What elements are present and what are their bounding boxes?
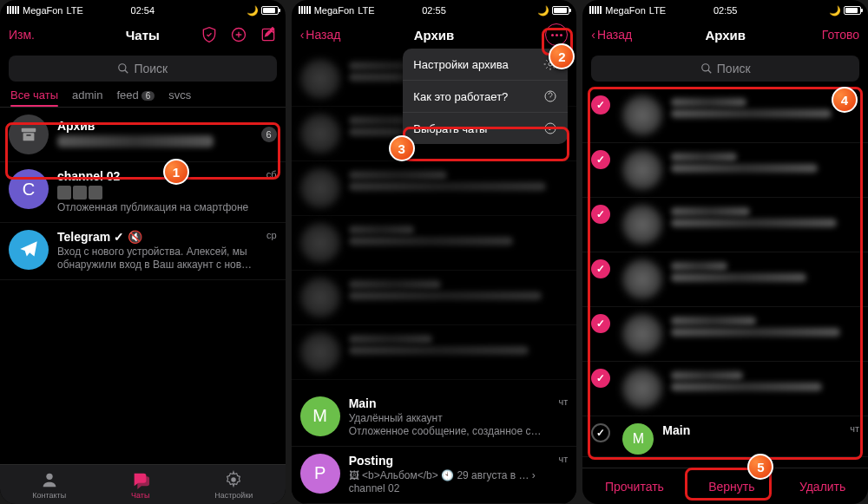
- page-title: Чаты: [126, 28, 160, 43]
- menu-archive-settings[interactable]: Настройки архива: [403, 49, 568, 81]
- avatar: C: [9, 169, 49, 209]
- network-label: LTE: [66, 5, 82, 16]
- blurred-preview: [57, 135, 214, 147]
- battery-icon: [552, 6, 569, 15]
- tab-bar: Контакты Чаты Настройки: [0, 464, 286, 504]
- chat-title: Telegram ✓ 🔇: [57, 230, 142, 244]
- status-bar: MegaFon LTE 02:54 🌙: [0, 0, 286, 17]
- chat-list: Архив 6 C channel 02 сб Отложенная публи…: [0, 108, 286, 464]
- page-title: Архив: [414, 28, 455, 43]
- tab-admin[interactable]: admin: [72, 88, 102, 101]
- clock: 02:54: [131, 5, 155, 16]
- tab-svcs[interactable]: svcs: [168, 88, 191, 101]
- selection-list: M Mainчт: [582, 88, 868, 468]
- chat-row-channel02[interactable]: C channel 02 сб Отложенная публикация на…: [0, 162, 286, 223]
- more-button[interactable]: [545, 23, 568, 46]
- tab-all[interactable]: Все чаты: [10, 88, 58, 101]
- chats-icon: [131, 470, 150, 489]
- callout-3: 3: [389, 135, 415, 161]
- chat-row-telegram[interactable]: Telegram ✓ 🔇 ср Вход с нового устройства…: [0, 223, 286, 280]
- callout-4: 4: [832, 87, 858, 113]
- checkbox-checked[interactable]: [591, 205, 610, 224]
- svg-point-11: [702, 64, 709, 71]
- context-menu: Настройки архива Как это работает? Выбра…: [403, 49, 568, 144]
- folder-tabs: Все чаты admin feed6 svcs: [0, 88, 286, 108]
- search-input[interactable]: Поиск: [591, 56, 859, 82]
- edit-button[interactable]: Изм.: [9, 28, 35, 42]
- list-item[interactable]: [582, 252, 868, 307]
- search-icon: [700, 62, 713, 75]
- nav-bar: Изм. Чаты: [0, 17, 286, 52]
- tab-contacts[interactable]: Контакты: [32, 470, 66, 500]
- unarchive-button[interactable]: Вернуть: [708, 480, 754, 494]
- menu-how-it-works[interactable]: Как это работает?: [403, 81, 568, 113]
- back-button[interactable]: ‹ Назад: [300, 28, 341, 42]
- archive-icon: [9, 115, 49, 154]
- settings-icon: [224, 470, 243, 489]
- signal-icon: [299, 5, 311, 16]
- list-item[interactable]: [292, 271, 577, 325]
- proxy-icon[interactable]: [201, 26, 218, 43]
- nav-bar: ‹ Назад Архив Готово: [582, 17, 868, 52]
- archive-row[interactable]: Архив 6: [0, 108, 286, 162]
- clock: 02:55: [713, 5, 738, 16]
- menu-select-chats[interactable]: Выбрать чаты: [403, 113, 568, 144]
- svg-rect-4: [23, 133, 35, 141]
- chat-time: ср: [266, 230, 277, 244]
- list-item[interactable]: [582, 143, 868, 198]
- svg-rect-5: [26, 134, 31, 136]
- chat-preview: Вход с нового устройства. Алексей, мы об…: [57, 245, 277, 272]
- dnd-icon: 🌙: [829, 5, 841, 16]
- tab-chats[interactable]: Чаты: [131, 470, 150, 500]
- status-bar: MegaFon LTE 02:55 🌙: [292, 0, 577, 17]
- checkbox-checked[interactable]: [591, 369, 610, 388]
- list-item[interactable]: [292, 161, 577, 216]
- avatar: M: [300, 396, 340, 436]
- list-item[interactable]: [582, 88, 868, 143]
- chat-row-main[interactable]: M Mainчт: [582, 416, 868, 457]
- tab-feed[interactable]: feed6: [116, 88, 155, 101]
- list-item[interactable]: [582, 198, 868, 252]
- status-bar: MegaFon LTE 02:55 🌙: [582, 0, 868, 17]
- list-item[interactable]: [582, 307, 868, 362]
- compose-icon[interactable]: [260, 26, 277, 43]
- media-thumbs: [57, 186, 277, 200]
- tab-feed-badge: 6: [141, 91, 155, 101]
- chat-row-posting[interactable]: P Postingчт 🖼 <b>Альбом</b> 🕙 29 августа…: [292, 447, 577, 504]
- search-placeholder: Поиск: [134, 62, 168, 75]
- avatar: M: [622, 423, 654, 455]
- contacts-icon: [40, 470, 59, 489]
- signal-icon: [589, 5, 602, 16]
- chat-time: сб: [266, 169, 277, 183]
- done-button[interactable]: Готово: [822, 28, 859, 42]
- help-icon: [543, 89, 557, 103]
- tab-settings[interactable]: Настройки: [214, 470, 253, 500]
- list-item[interactable]: [582, 362, 868, 416]
- mute-icon: 🔇: [128, 230, 142, 244]
- new-folder-icon[interactable]: [230, 26, 247, 43]
- svg-rect-3: [22, 128, 36, 133]
- checkbox-checked[interactable]: [591, 314, 610, 333]
- delete-button[interactable]: Удалить: [799, 480, 845, 494]
- checkbox-checked[interactable]: [591, 95, 610, 115]
- verified-icon: ✓: [114, 230, 124, 244]
- chat-row-main[interactable]: M Mainчт Удалённый аккаунтОтложенное соо…: [292, 389, 577, 447]
- page-title: Архив: [705, 28, 746, 43]
- list-item[interactable]: [292, 216, 577, 271]
- screen-archive-menu: MegaFon LTE 02:55 🌙 ‹ Назад Архив Настро…: [292, 0, 577, 504]
- callout-1: 1: [163, 159, 189, 185]
- dnd-icon: 🌙: [247, 5, 259, 16]
- list-item[interactable]: [292, 325, 577, 380]
- avatar: P: [300, 454, 340, 494]
- mark-read-button[interactable]: Прочитать: [605, 480, 664, 494]
- search-input[interactable]: Поиск: [9, 56, 277, 82]
- checkbox-checked[interactable]: [591, 150, 610, 169]
- screen-chats: MegaFon LTE 02:54 🌙 Изм. Чаты Поиск Все …: [0, 0, 286, 504]
- checkbox-checked[interactable]: [591, 259, 610, 278]
- svg-point-7: [232, 477, 237, 482]
- screen-archive-select: MegaFon LTE 02:55 🌙 ‹ Назад Архив Готово…: [582, 0, 868, 504]
- back-button[interactable]: ‹ Назад: [591, 28, 632, 42]
- avatar: [9, 230, 49, 270]
- select-icon: [543, 121, 557, 135]
- checkbox-unchecked[interactable]: [591, 423, 610, 442]
